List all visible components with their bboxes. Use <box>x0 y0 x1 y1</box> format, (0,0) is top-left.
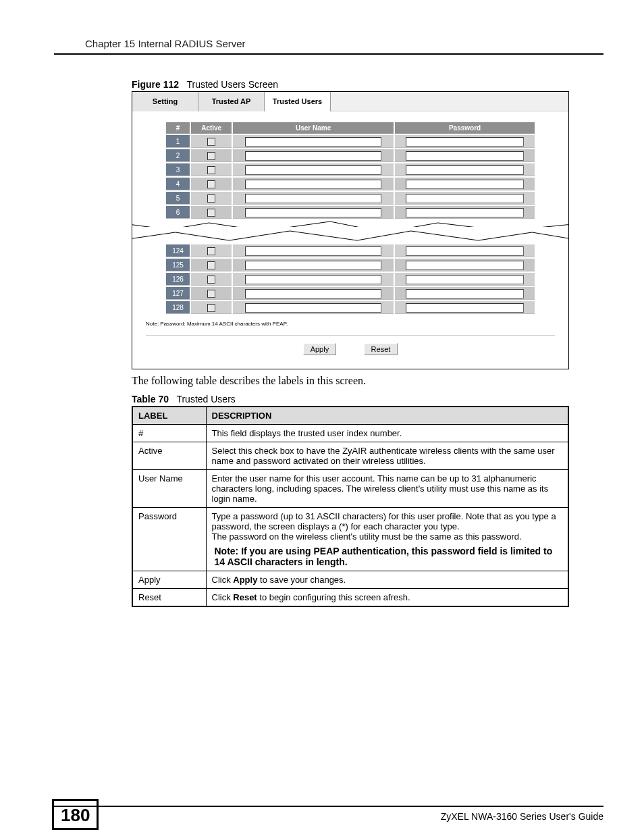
col-num: # <box>166 122 190 134</box>
active-checkbox[interactable] <box>207 166 215 174</box>
table-row: 124 <box>166 244 535 257</box>
desc-row: Active Select this check box to have the… <box>132 442 568 470</box>
reset-button[interactable]: Reset <box>364 343 398 355</box>
tab-bar: Setting Trusted AP Trusted Users <box>132 92 568 111</box>
desc-text: Click Apply to save your changes. <box>206 571 568 589</box>
table-row: 125 <box>166 259 535 271</box>
header-label: LABEL <box>132 407 206 425</box>
username-input[interactable] <box>245 194 381 203</box>
desc-row: Reset Click Reset to begin configuring t… <box>132 589 568 607</box>
active-checkbox[interactable] <box>207 304 215 312</box>
desc-label: # <box>132 425 206 442</box>
table-row: 2 <box>166 149 535 162</box>
password-input[interactable] <box>406 246 525 256</box>
table-row: 126 <box>166 273 535 286</box>
row-index: 2 <box>166 149 190 162</box>
password-input[interactable] <box>406 137 525 147</box>
tear-effect <box>132 227 569 243</box>
row-index: 6 <box>166 206 190 219</box>
row-index: 3 <box>166 163 190 176</box>
username-input[interactable] <box>245 151 381 161</box>
username-input[interactable] <box>245 180 381 189</box>
t: Reset <box>233 592 257 602</box>
password-input[interactable] <box>406 208 525 217</box>
desc-text: Enter the user name for this user accoun… <box>206 470 568 508</box>
tab-trusted-ap[interactable]: Trusted AP <box>198 92 265 111</box>
desc-row: Apply Click Apply to save your changes. <box>132 571 568 589</box>
tab-setting[interactable]: Setting <box>132 92 198 111</box>
table-row: 3 <box>166 163 535 176</box>
figure-label: Figure 112 <box>132 79 179 90</box>
row-index: 124 <box>166 244 190 257</box>
t: to begin configuring this screen afresh. <box>257 592 410 602</box>
button-bar: Apply Reset <box>146 335 555 355</box>
username-input[interactable] <box>245 261 381 270</box>
page-footer: 180 ZyXEL NWA-3160 Series User's Guide <box>54 806 603 807</box>
users-table: # Active User Name Password 1 2 3 4 5 6 <box>165 121 536 220</box>
tab-filler <box>331 92 568 111</box>
col-username: User Name <box>233 122 394 134</box>
active-checkbox[interactable] <box>207 276 215 284</box>
row-index: 1 <box>166 135 190 148</box>
desc-label: User Name <box>132 470 206 508</box>
tab-trusted-users[interactable]: Trusted Users <box>265 92 331 111</box>
t: Click <box>212 575 234 585</box>
row-index: 5 <box>166 192 190 205</box>
username-input[interactable] <box>245 137 381 147</box>
password-input[interactable] <box>406 289 525 298</box>
password-input[interactable] <box>406 275 525 284</box>
username-input[interactable] <box>245 289 381 298</box>
desc-label: Active <box>132 442 206 470</box>
desc-text: Type a password (up to 31 ASCII characte… <box>206 508 568 571</box>
row-index: 4 <box>166 178 190 190</box>
table-header-row: # Active User Name Password <box>166 122 535 134</box>
users-table-bottom: 124 125 126 127 128 <box>165 243 536 315</box>
apply-button[interactable]: Apply <box>303 343 337 355</box>
password-input[interactable] <box>406 165 525 175</box>
row-index: 128 <box>166 301 190 314</box>
password-input[interactable] <box>406 303 525 313</box>
t: Apply <box>233 575 257 585</box>
peap-note: Note: Password: Maximum 14 ASCII charact… <box>146 321 555 327</box>
active-checkbox[interactable] <box>207 290 215 298</box>
password-input[interactable] <box>406 194 525 203</box>
desc-label: Reset <box>132 589 206 607</box>
form-sheet: # Active User Name Password 1 2 3 4 5 6 … <box>132 111 568 355</box>
pwd-p1: Type a password (up to 31 ASCII characte… <box>212 511 556 531</box>
table-caption: Table 70 Trusted Users <box>132 394 603 405</box>
desc-label: Apply <box>132 571 206 589</box>
figure-caption: Figure 112 Trusted Users Screen <box>132 79 603 90</box>
guide-title: ZyXEL NWA-3160 Series User's Guide <box>441 811 603 822</box>
active-checkbox[interactable] <box>207 180 215 188</box>
username-input[interactable] <box>245 208 381 217</box>
username-input[interactable] <box>245 165 381 175</box>
row-index: 127 <box>166 287 190 300</box>
screenshot-trusted-users: Setting Trusted AP Trusted Users # Activ… <box>132 91 569 369</box>
row-index: 126 <box>166 273 190 286</box>
active-checkbox[interactable] <box>207 209 215 217</box>
password-input[interactable] <box>406 151 525 161</box>
username-input[interactable] <box>245 303 381 313</box>
table-title: Trusted Users <box>176 394 235 405</box>
password-input[interactable] <box>406 261 525 270</box>
active-checkbox[interactable] <box>207 152 215 160</box>
desc-text: Select this check box to have the ZyAIR … <box>206 442 568 470</box>
active-checkbox[interactable] <box>207 194 215 203</box>
active-checkbox[interactable] <box>207 261 215 269</box>
col-active: Active <box>191 122 232 134</box>
figure-title: Trusted Users Screen <box>186 79 278 90</box>
t: to save your changes. <box>257 575 346 585</box>
active-checkbox[interactable] <box>207 247 215 255</box>
pwd-p2: The password on the wireless client's ut… <box>212 531 522 542</box>
desc-label: Password <box>132 508 206 571</box>
table-row: 128 <box>166 301 535 314</box>
active-checkbox[interactable] <box>207 138 215 146</box>
desc-row: User Name Enter the user name for this u… <box>132 470 568 508</box>
row-index: 125 <box>166 259 190 271</box>
desc-header-row: LABEL DESCRIPTION <box>132 407 568 425</box>
password-input[interactable] <box>406 180 525 189</box>
username-input[interactable] <box>245 275 381 284</box>
table-label: Table 70 <box>132 394 169 405</box>
username-input[interactable] <box>245 246 381 256</box>
intro-text: The following table describes the labels… <box>132 375 603 387</box>
